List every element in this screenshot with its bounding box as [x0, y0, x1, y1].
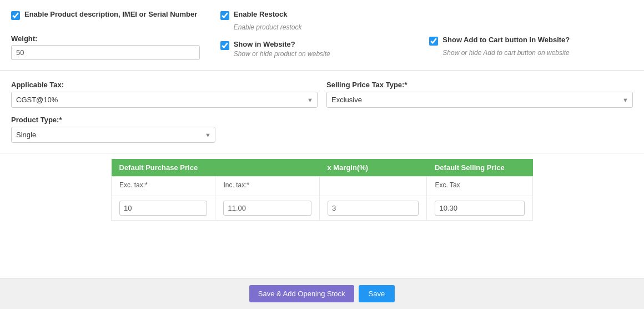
enable-product-desc-label: Enable Product description, IMEI or Seri…	[24, 10, 197, 18]
selling-price-tax-label: Selling Price Tax Type:*	[326, 81, 633, 89]
exc-tax-input-cell	[112, 196, 215, 221]
table-header-row: Default Purchase Price x Margin(%) Defau…	[112, 159, 533, 177]
col1-header: Default Purchase Price	[112, 159, 320, 177]
show-website-row: Show in Website?	[220, 40, 424, 50]
show-cart-row: Show Add to Cart button in Website?	[429, 36, 633, 46]
price-table: Default Purchase Price x Margin(%) Defau…	[111, 159, 533, 221]
inc-tax-label: Inc. tax:*	[223, 181, 311, 189]
enable-restock-desc: Enable product restock	[234, 23, 424, 31]
top-grid: Enable Product description, IMEI or Seri…	[11, 10, 633, 60]
enable-restock-checkbox[interactable]	[220, 11, 229, 20]
price-table-section: Default Purchase Price x Margin(%) Defau…	[0, 153, 644, 231]
show-cart-label: Show Add to Cart button in Website?	[442, 36, 570, 44]
product-type-wrapper: Single Bundle Service ▼	[11, 127, 215, 143]
product-type-label: Product Type:*	[11, 116, 215, 124]
footer-bar: Save & Add Opening Stock Save	[0, 278, 644, 309]
mid-grid: Applicable Tax: CGST@10% CGST@5% None ▼ …	[11, 81, 633, 108]
applicable-tax-group: Applicable Tax: CGST@10% CGST@5% None ▼	[11, 81, 318, 108]
product-type-group: Product Type:* Single Bundle Service ▼	[11, 116, 215, 143]
show-website-checkbox[interactable]	[220, 41, 229, 50]
product-type-row: Product Type:* Single Bundle Service ▼	[11, 116, 633, 143]
enable-restock-label: Enable Restock	[234, 10, 288, 18]
selling-exc-tax-cell: Exc. Tax	[427, 177, 533, 196]
col2-header: x Margin(%)	[319, 159, 427, 177]
table-label-row: Exc. tax:* Inc. tax:* Exc. Tax	[112, 177, 533, 196]
page-wrapper: Enable Product description, IMEI or Seri…	[0, 0, 644, 309]
selling-exc-tax-label: Exc. Tax	[435, 181, 525, 189]
inc-tax-input-cell	[215, 196, 319, 221]
selling-price-tax-group: Selling Price Tax Type:* Exclusive Inclu…	[326, 81, 633, 108]
save-button[interactable]: Save	[359, 285, 395, 302]
enable-product-desc-row: Enable Product description, IMEI or Seri…	[11, 10, 215, 20]
exc-tax-input[interactable]	[119, 201, 207, 216]
save-add-opening-stock-button[interactable]: Save & Add Opening Stock	[249, 285, 354, 302]
product-type-select[interactable]: Single Bundle Service	[11, 127, 215, 143]
mid-section: Applicable Tax: CGST@10% CGST@5% None ▼ …	[0, 71, 644, 153]
show-cart-desc: Show or hide Add to cart button on websi…	[442, 49, 633, 57]
selling-price-tax-select[interactable]: Exclusive Inclusive	[326, 92, 633, 108]
show-cart-checkbox[interactable]	[429, 37, 438, 46]
inc-tax-cell: Inc. tax:*	[215, 177, 319, 196]
col1-block: Enable Product description, IMEI or Seri…	[11, 10, 215, 60]
selling-price-tax-wrapper: Exclusive Inclusive ▼	[326, 92, 633, 108]
product-type-spacer	[224, 116, 633, 143]
weight-label: Weight:	[11, 34, 215, 43]
show-website-block: Show in Website? Show or hide product on…	[220, 40, 424, 58]
enable-restock-row: Enable Restock	[220, 10, 424, 20]
col2-block: Enable Restock Enable product restock Sh…	[220, 10, 424, 60]
col3-block: Show Add to Cart button in Website? Show…	[429, 36, 633, 60]
selling-exc-tax-input-cell	[427, 196, 533, 221]
exc-tax-label: Exc. tax:*	[119, 181, 207, 189]
selling-exc-tax-input[interactable]	[435, 201, 525, 216]
weight-input[interactable]	[11, 45, 200, 60]
applicable-tax-label: Applicable Tax:	[11, 81, 318, 89]
margin-input[interactable]	[328, 201, 419, 216]
applicable-tax-wrapper: CGST@10% CGST@5% None ▼	[11, 92, 318, 108]
weight-block: Weight:	[11, 30, 215, 60]
show-website-desc: Show or hide product on website	[234, 50, 424, 58]
margin-input-cell	[319, 196, 427, 221]
applicable-tax-select[interactable]: CGST@10% CGST@5% None	[11, 92, 318, 108]
enable-product-desc-checkbox[interactable]	[11, 11, 20, 20]
margin-cell-label	[319, 177, 427, 196]
exc-tax-cell: Exc. tax:*	[112, 177, 215, 196]
show-website-label: Show in Website?	[234, 40, 295, 48]
inc-tax-input[interactable]	[223, 201, 311, 216]
top-section: Enable Product description, IMEI or Seri…	[0, 0, 644, 71]
table-input-row	[112, 196, 533, 221]
col3-header: Default Selling Price	[427, 159, 533, 177]
